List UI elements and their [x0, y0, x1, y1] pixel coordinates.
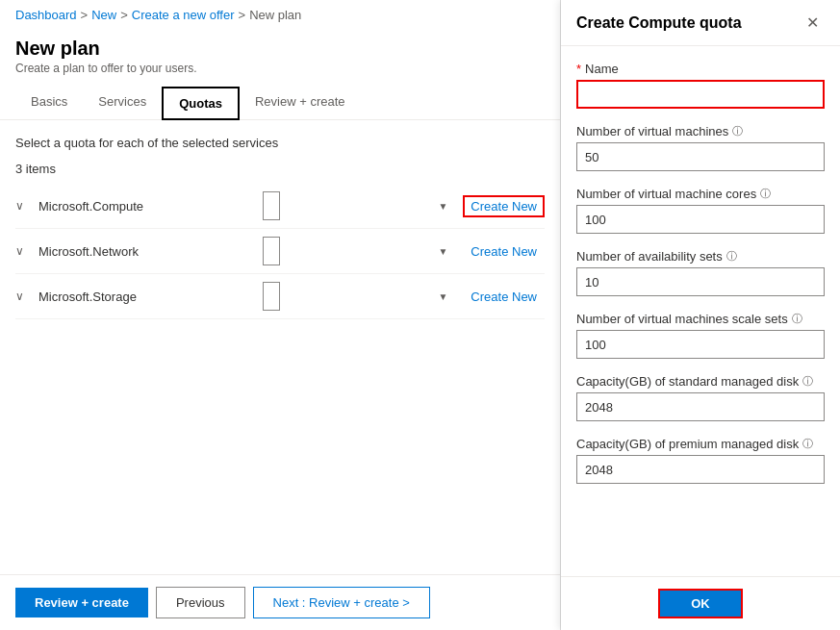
- page-header: New plan Create a plan to offer to your …: [0, 30, 560, 79]
- breadcrumb-dashboard[interactable]: Dashboard: [15, 8, 77, 22]
- review-create-button[interactable]: Review + create: [15, 588, 148, 617]
- vm-scale-input[interactable]: [576, 330, 825, 359]
- service-name-compute: Microsoft.Compute: [38, 199, 255, 214]
- field-vm-cores-group: Number of virtual machine cores ⓘ: [576, 187, 825, 234]
- panel-body: * Name Number of virtual machines ⓘ Numb…: [561, 46, 840, 576]
- vms-input[interactable]: [576, 142, 825, 171]
- next-button[interactable]: Next : Review + create >: [253, 587, 430, 618]
- previous-button[interactable]: Previous: [156, 587, 245, 618]
- standard-disk-info-icon[interactable]: ⓘ: [802, 374, 813, 389]
- field-vm-scale-label: Number of virtual machines scale sets ⓘ: [576, 312, 825, 326]
- panel-header: Create Compute quota ✕: [561, 0, 840, 46]
- select-wrapper-compute: [263, 191, 455, 220]
- service-row-network: ∨ Microsoft.Network Create New: [15, 229, 545, 274]
- chevron-network[interactable]: ∨: [15, 244, 31, 258]
- vm-scale-info-icon[interactable]: ⓘ: [792, 312, 802, 326]
- create-new-compute-button[interactable]: Create New: [463, 195, 545, 217]
- field-vms-group: Number of virtual machines ⓘ: [576, 124, 825, 171]
- field-vms-label: Number of virtual machines ⓘ: [576, 124, 825, 139]
- create-new-network-button[interactable]: Create New: [463, 240, 545, 263]
- tab-bar: Basics Services Quotas Review + create: [0, 79, 560, 120]
- select-wrapper-network: [263, 237, 455, 265]
- panel-title: Create Compute quota: [576, 14, 742, 32]
- avail-sets-info-icon[interactable]: ⓘ: [726, 249, 737, 264]
- quota-select-compute[interactable]: [263, 191, 280, 220]
- field-vm-scale-group: Number of virtual machines scale sets ⓘ: [576, 312, 825, 359]
- page-title: New plan: [15, 38, 545, 60]
- quota-select-network[interactable]: [263, 237, 280, 265]
- name-input[interactable]: [576, 80, 825, 109]
- create-compute-quota-panel: Create Compute quota ✕ * Name Number of …: [561, 0, 840, 630]
- select-wrapper-storage: [263, 282, 455, 311]
- required-star: *: [576, 62, 581, 76]
- premium-disk-input[interactable]: [576, 455, 825, 484]
- field-avail-sets-label: Number of availability sets ⓘ: [576, 249, 825, 264]
- field-avail-sets-group: Number of availability sets ⓘ: [576, 249, 825, 296]
- tab-basics[interactable]: Basics: [15, 87, 83, 120]
- field-standard-disk-label: Capacity(GB) of standard managed disk ⓘ: [576, 374, 825, 389]
- tab-quotas[interactable]: Quotas: [162, 87, 240, 120]
- field-vm-cores-label: Number of virtual machine cores ⓘ: [576, 187, 825, 201]
- ok-button[interactable]: OK: [658, 589, 743, 618]
- tab-review[interactable]: Review + create: [240, 87, 361, 120]
- field-standard-disk-group: Capacity(GB) of standard managed disk ⓘ: [576, 374, 825, 421]
- breadcrumb-current: New plan: [249, 8, 301, 22]
- items-count: 3 items: [15, 162, 545, 176]
- breadcrumb-new[interactable]: New: [91, 8, 116, 22]
- chevron-compute[interactable]: ∨: [15, 199, 31, 213]
- close-panel-button[interactable]: ✕: [801, 12, 825, 34]
- vm-cores-info-icon[interactable]: ⓘ: [760, 187, 771, 201]
- tab-services[interactable]: Services: [83, 87, 162, 120]
- field-name-label: * Name: [576, 62, 825, 76]
- breadcrumb-create-offer[interactable]: Create a new offer: [132, 8, 235, 22]
- main-content: Select a quota for each of the selected …: [0, 120, 560, 574]
- page-subtitle: Create a plan to offer to your users.: [15, 62, 545, 75]
- field-premium-disk-group: Capacity(GB) of premium managed disk ⓘ: [576, 437, 825, 484]
- chevron-storage[interactable]: ∨: [15, 290, 31, 303]
- field-premium-disk-label: Capacity(GB) of premium managed disk ⓘ: [576, 437, 825, 451]
- standard-disk-input[interactable]: [576, 392, 825, 421]
- footer: Review + create Previous Next : Review +…: [0, 574, 560, 630]
- vm-cores-input[interactable]: [576, 205, 825, 234]
- service-row-compute: ∨ Microsoft.Compute Create New: [15, 184, 545, 229]
- service-row-storage: ∨ Microsoft.Storage Create New: [15, 274, 545, 319]
- create-new-storage-button[interactable]: Create New: [463, 286, 545, 308]
- content-description: Select a quota for each of the selected …: [15, 136, 545, 150]
- breadcrumb: Dashboard > New > Create a new offer > N…: [0, 0, 560, 30]
- service-name-storage: Microsoft.Storage: [38, 290, 255, 304]
- panel-footer: OK: [561, 576, 840, 630]
- field-name-group: * Name: [576, 62, 825, 109]
- avail-sets-input[interactable]: [576, 267, 825, 296]
- service-name-network: Microsoft.Network: [38, 244, 255, 259]
- vms-info-icon[interactable]: ⓘ: [732, 124, 743, 139]
- premium-disk-info-icon[interactable]: ⓘ: [802, 437, 813, 451]
- quota-select-storage[interactable]: [263, 282, 280, 311]
